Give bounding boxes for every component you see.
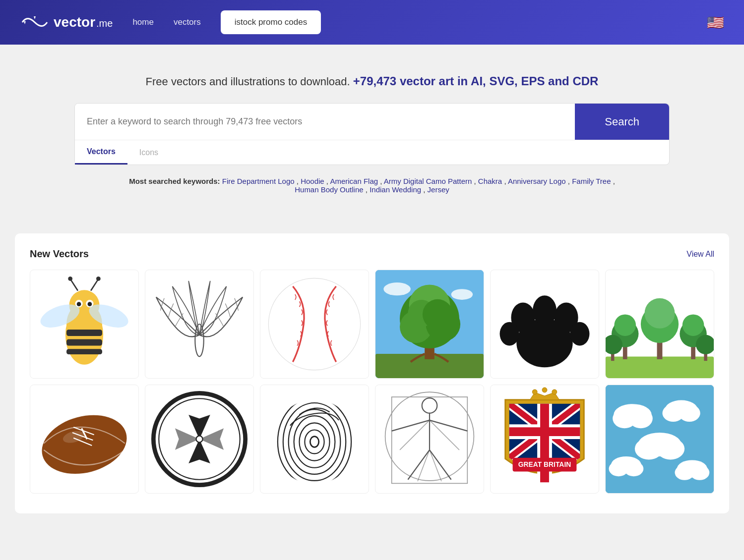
search-tabs: Vectors Icons: [75, 140, 669, 165]
svg-point-15: [68, 277, 72, 281]
svg-point-33: [533, 295, 557, 326]
hero-section: Free vectors and illustrations to downlo…: [0, 45, 744, 214]
keyword-flag[interactable]: American Flag: [330, 177, 380, 185]
vector-trees-group[interactable]: [605, 270, 714, 379]
view-all-link[interactable]: View All: [686, 250, 714, 259]
vectors-title: New Vectors: [30, 248, 89, 260]
svg-point-96: [629, 409, 653, 428]
svg-line-81: [430, 450, 451, 480]
svg-rect-5: [66, 339, 102, 346]
nav-promo-button[interactable]: istock promo codes: [221, 10, 321, 34]
vectors-header: New Vectors View All: [30, 248, 714, 260]
vector-compass[interactable]: [145, 385, 254, 494]
vector-baseball[interactable]: [260, 270, 369, 379]
tab-icons[interactable]: Icons: [127, 140, 170, 165]
svg-point-91: [542, 388, 547, 392]
vector-wings[interactable]: [145, 270, 254, 379]
keyword-anniversary[interactable]: Anniversary Logo: [508, 177, 568, 185]
search-button[interactable]: Search: [575, 104, 669, 140]
vector-football[interactable]: [30, 385, 139, 494]
keyword-jersey[interactable]: Jersey: [428, 185, 449, 194]
svg-point-19: [268, 278, 360, 370]
svg-rect-38: [657, 340, 663, 359]
svg-point-63: [196, 436, 202, 442]
vector-clouds[interactable]: [605, 385, 714, 494]
svg-point-102: [656, 438, 684, 460]
svg-rect-4: [66, 330, 102, 336]
svg-point-90: [532, 390, 537, 394]
svg-marker-0: [34, 16, 36, 19]
svg-point-65: [305, 430, 324, 453]
keyword-camo[interactable]: Army Digital Camo Pattern: [384, 177, 474, 185]
svg-point-68: [289, 409, 341, 474]
svg-point-11: [88, 302, 92, 306]
svg-point-18: [195, 324, 203, 356]
vector-great-britain[interactable]: GREAT BRITAIN: [490, 385, 599, 494]
logo-name: vector: [54, 14, 95, 30]
svg-point-35: [500, 322, 519, 346]
keywords-section: Most searched keywords: Fire Department …: [74, 177, 670, 194]
keyword-hoodie[interactable]: Hoodie: [301, 177, 326, 185]
svg-point-105: [624, 461, 643, 477]
svg-point-99: [679, 404, 700, 422]
search-input[interactable]: [75, 104, 575, 140]
nav-links: home vectors istock promo codes: [132, 10, 687, 34]
hero-subtitle: Free vectors and illustrations to downlo…: [20, 74, 724, 88]
keyword-family-tree[interactable]: Family Tree: [572, 177, 613, 185]
vector-human-body[interactable]: [375, 385, 484, 494]
vector-bee[interactable]: [30, 270, 139, 379]
svg-rect-6: [66, 349, 102, 354]
svg-point-10: [77, 302, 81, 306]
search-container: Search Vectors Icons: [74, 103, 670, 165]
svg-line-14: [71, 280, 78, 291]
svg-point-108: [690, 465, 709, 480]
nav-vectors[interactable]: vectors: [174, 17, 201, 27]
svg-rect-37: [606, 356, 714, 378]
svg-point-22: [451, 289, 473, 300]
svg-point-43: [614, 314, 636, 336]
svg-point-21: [383, 282, 411, 295]
svg-point-30: [423, 299, 453, 330]
keywords-label: Most searched keywords:: [129, 177, 220, 185]
svg-text:GREAT BRITAIN: GREAT BRITAIN: [518, 460, 571, 468]
svg-point-64: [310, 437, 318, 448]
svg-point-51: [35, 406, 133, 483]
logo[interactable]: vector .me: [20, 12, 113, 32]
svg-point-36: [570, 322, 589, 346]
vector-tree[interactable]: [375, 270, 484, 379]
vector-paw[interactable]: [490, 270, 599, 379]
svg-rect-41: [623, 346, 627, 359]
vector-fingerprint[interactable]: [260, 385, 369, 494]
svg-line-82: [418, 450, 430, 481]
keyword-human-body[interactable]: Human Body Outline: [295, 185, 366, 194]
vectors-section: New Vectors View All: [15, 233, 729, 513]
svg-line-83: [430, 450, 441, 481]
svg-line-16: [91, 280, 98, 291]
svg-line-80: [408, 450, 430, 480]
nav-home[interactable]: home: [132, 17, 154, 27]
svg-rect-44: [691, 346, 695, 359]
logo-icon: [20, 12, 50, 32]
keyword-wedding[interactable]: Indian Wedding: [370, 185, 423, 194]
svg-marker-1: [24, 21, 26, 24]
svg-point-92: [552, 390, 557, 394]
svg-point-74: [422, 398, 437, 413]
hero-highlight: +79,473 vector art in AI, SVG, EPS and C…: [353, 74, 599, 88]
svg-point-17: [96, 277, 101, 281]
svg-point-69: [283, 403, 346, 481]
tab-vectors[interactable]: Vectors: [75, 140, 127, 165]
navigation: vector .me home vectors istock promo cod…: [0, 0, 744, 45]
keyword-fire[interactable]: Fire Department Logo: [222, 177, 297, 185]
svg-point-46: [682, 314, 704, 336]
vectors-grid: GREAT BRITAIN: [30, 270, 714, 494]
logo-subtext: .me: [96, 18, 113, 29]
svg-point-40: [644, 298, 675, 329]
nav-flag: 🇺🇸: [707, 14, 724, 31]
keyword-chakra[interactable]: Chakra: [478, 177, 504, 185]
svg-point-66: [299, 423, 329, 460]
svg-point-67: [294, 416, 335, 468]
